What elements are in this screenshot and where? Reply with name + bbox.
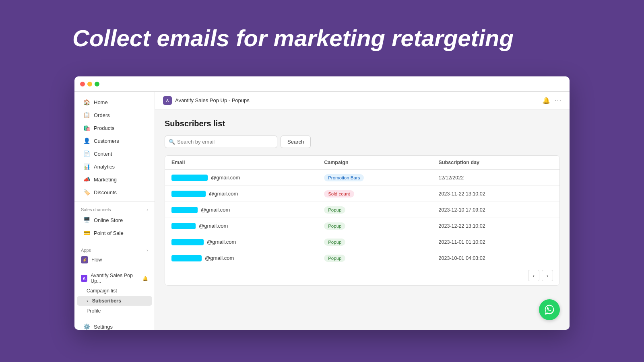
main-topbar: A Avantify Sales Pop Up - Popups 🔔 ··· <box>155 92 570 109</box>
email-cell: @gmail.com <box>171 239 324 245</box>
discounts-icon: 🏷️ <box>83 189 90 195</box>
analytics-icon: 📊 <box>83 163 90 170</box>
sidebar-orders-label: Orders <box>94 112 110 118</box>
apps-header: Apps › <box>74 245 155 254</box>
sidebar-item-home[interactable]: 🏠 Home <box>77 96 152 108</box>
sidebar-item-point-of-sale[interactable]: 💳 Point of Sale <box>77 227 152 239</box>
date-cell: 2023-12-22 13:10:02 <box>439 223 553 229</box>
subscribers-table: Email Campaign Subscription day @gmail.c… <box>165 155 560 286</box>
email-cell: @gmail.com <box>171 223 324 229</box>
marketing-icon: 📣 <box>83 176 90 183</box>
sidebar-item-orders[interactable]: 📋 Orders <box>77 109 152 121</box>
sidebar-item-avantify[interactable]: A Avantify Sales Pop Up... 🔔 <box>74 271 155 286</box>
table-row[interactable]: @gmail.com Promotion Bars 12/12/2022 <box>165 170 559 186</box>
sidebar-item-online-store[interactable]: 🖥️ Online Store <box>77 214 152 226</box>
minimize-dot[interactable] <box>87 82 92 86</box>
table-row[interactable]: @gmail.com Popup 2023-11-01 01:10:02 <box>165 234 559 250</box>
sidebar-item-flow[interactable]: ⚡ Flow <box>74 254 155 265</box>
campaign-badge: Popup <box>324 206 345 214</box>
topbar-right: 🔔 ··· <box>542 97 561 104</box>
email-blur <box>171 239 204 245</box>
sidebar-item-marketing[interactable]: 📣 Marketing <box>77 173 152 185</box>
sidebar-item-subscribers[interactable]: › Subscribers <box>77 296 152 306</box>
col-header-campaign: Campaign <box>324 160 438 165</box>
email-suffix: @gmail.com <box>201 207 230 213</box>
app-window: 🏠 Home 📋 Orders 🛍️ Products 👤 Customers … <box>74 76 570 330</box>
sidebar-divider-3 <box>74 268 155 268</box>
search-button[interactable]: Search <box>281 136 311 148</box>
flow-app-icon: ⚡ <box>81 256 88 263</box>
campaign-badge: Sold count <box>324 190 354 197</box>
table-header: Email Campaign Subscription day <box>165 156 559 170</box>
table-row[interactable]: @gmail.com Popup 2023-12-10 17:09:02 <box>165 202 559 218</box>
campaign-badge: Promotion Bars <box>324 174 364 181</box>
campaign-badge: Popup <box>324 222 345 230</box>
col-header-email: Email <box>171 160 324 165</box>
apps-arrow: › <box>147 248 148 253</box>
search-email-input[interactable] <box>165 136 277 148</box>
email-blur <box>171 191 206 197</box>
sidebar-item-profile[interactable]: Profile <box>74 306 155 316</box>
sidebar-pos-label: Point of Sale <box>94 230 124 236</box>
close-dot[interactable] <box>80 82 85 86</box>
email-suffix: @gmail.com <box>207 239 236 245</box>
app-logo-small: A <box>163 96 172 105</box>
sidebar-item-products[interactable]: 🛍️ Products <box>77 122 152 134</box>
maximize-dot[interactable] <box>95 82 99 86</box>
table-row[interactable]: @gmail.com Popup 2023-12-22 13:10:02 <box>165 218 559 234</box>
sidebar-content-label: Content <box>94 151 112 157</box>
sidebar-item-customers[interactable]: 👤 Customers <box>77 135 152 147</box>
search-input-wrap: 🔍 <box>165 136 277 148</box>
hero-title: Collect emails for marketing retargeting <box>72 24 572 52</box>
table-body: @gmail.com Promotion Bars 12/12/2022 @gm… <box>165 170 559 266</box>
date-cell: 2023-12-10 17:09:02 <box>439 207 553 213</box>
main-content: A Avantify Sales Pop Up - Popups 🔔 ··· S… <box>155 92 570 330</box>
subscribers-label: Subscribers <box>92 298 121 304</box>
date-cell: 2023-11-01 01:10:02 <box>439 239 553 245</box>
col-header-subscription-day: Subscription day <box>439 160 553 165</box>
orders-icon: 📋 <box>83 112 90 118</box>
prev-page-button[interactable]: ‹ <box>528 270 539 281</box>
window-chrome <box>74 76 570 92</box>
sidebar-marketing-label: Marketing <box>94 177 117 183</box>
topbar-dots-icon[interactable]: ··· <box>555 97 561 104</box>
sales-channels-label: Sales channels <box>81 207 111 212</box>
campaign-cell: Popup <box>324 206 438 214</box>
sidebar-products-label: Products <box>94 125 114 131</box>
sidebar-discounts-label: Discounts <box>94 189 117 195</box>
subscribers-arrow: › <box>87 298 88 303</box>
sidebar-item-discounts[interactable]: 🏷️ Discounts <box>77 186 152 198</box>
sales-channels-arrow: › <box>147 207 148 212</box>
app-logo-text: A <box>166 99 169 103</box>
window-controls <box>80 82 99 86</box>
next-page-button[interactable]: › <box>542 270 553 281</box>
campaign-cell: Promotion Bars <box>324 174 438 181</box>
content-icon: 📄 <box>83 150 90 157</box>
date-cell: 2023-11-22 13:10:02 <box>439 191 553 197</box>
sidebar-flow-label: Flow <box>91 257 102 263</box>
campaign-cell: Popup <box>324 254 438 262</box>
sidebar-item-analytics[interactable]: 📊 Analytics <box>77 160 152 173</box>
sales-channels-header: Sales channels › <box>74 204 155 214</box>
sidebar-item-settings[interactable]: ⚙️ Settings <box>77 321 152 330</box>
search-icon: 🔍 <box>169 139 175 145</box>
sidebar-settings: ⚙️ Settings <box>74 316 155 330</box>
sidebar-settings-label: Settings <box>94 324 113 330</box>
sidebar-item-content[interactable]: 📄 Content <box>77 148 152 160</box>
campaign-badge: Popup <box>324 239 345 246</box>
table-row[interactable]: @gmail.com Sold count 2023-11-22 13:10:0… <box>165 186 559 202</box>
whatsapp-button[interactable] <box>539 299 560 320</box>
search-row: 🔍 Search <box>165 136 560 148</box>
profile-label: Profile <box>87 308 101 314</box>
email-suffix: @gmail.com <box>211 175 240 181</box>
home-icon: 🏠 <box>83 99 90 105</box>
email-suffix: @gmail.com <box>199 223 228 229</box>
topbar-bell-icon[interactable]: 🔔 <box>542 97 550 104</box>
email-suffix: @gmail.com <box>209 191 238 197</box>
email-blur <box>171 223 196 229</box>
campaign-badge: Popup <box>324 255 345 262</box>
date-cell: 2023-10-01 04:03:02 <box>439 255 553 261</box>
email-blur <box>171 255 202 261</box>
sidebar-item-campaign-list[interactable]: Campaign list <box>74 286 155 296</box>
table-row[interactable]: @gmail.com Popup 2023-10-01 04:03:02 <box>165 250 559 266</box>
